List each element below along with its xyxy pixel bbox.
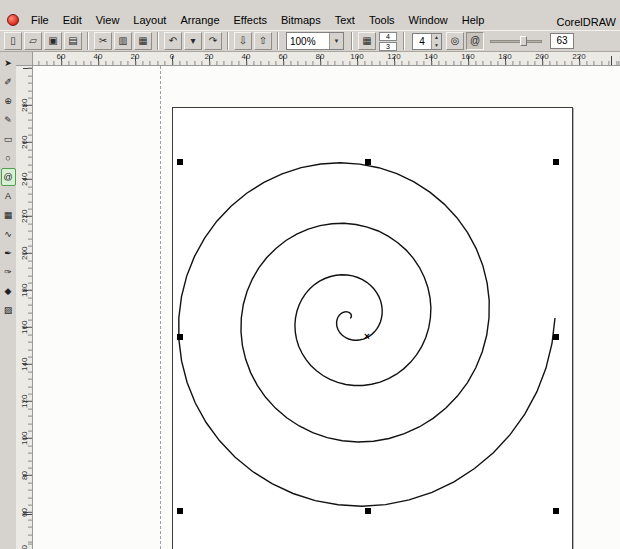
- toolbar-button-icon: ↷: [209, 36, 217, 46]
- zoom-level-value: 100%: [287, 36, 329, 47]
- spiral-tool[interactable]: @: [1, 168, 16, 186]
- text-tool[interactable]: A: [1, 187, 16, 205]
- ruler-label: 140: [413, 52, 450, 65]
- interactive-blend-tool[interactable]: ∿: [1, 225, 16, 243]
- slider-thumb[interactable]: [520, 36, 527, 46]
- toolbar-separator: [403, 32, 405, 50]
- toolbar-button-icon: ▦: [138, 36, 147, 46]
- zoom-levels-combo[interactable]: 100%: [286, 32, 344, 50]
- redo-button[interactable]: ↷: [204, 32, 222, 50]
- ruler-label: 180: [487, 52, 524, 65]
- outline-pen-tool[interactable]: ✑: [1, 263, 16, 281]
- ellipse-tool[interactable]: ○: [1, 149, 16, 167]
- canvas-row: 280260240220200180160140120100806040 ×: [16, 66, 620, 549]
- new-document-button[interactable]: ▯: [4, 32, 22, 50]
- ruler-label: 40: [228, 52, 265, 65]
- ruler-label: 160: [450, 52, 487, 65]
- menu-item[interactable]: Layout: [126, 12, 173, 28]
- selection-handles: [33, 66, 620, 549]
- selection-handle[interactable]: [177, 508, 183, 514]
- selection-handle[interactable]: [177, 334, 183, 340]
- symmetric-spiral-button[interactable]: ◎: [446, 32, 464, 50]
- selection-handle[interactable]: [177, 159, 183, 165]
- tool-icon: ▭: [4, 135, 13, 144]
- graph-rows-field[interactable]: 3: [379, 42, 397, 51]
- spinner-arrows-icon[interactable]: ▲▼: [431, 34, 441, 49]
- tool-icon: ➤: [4, 59, 12, 68]
- menu-item[interactable]: Text: [328, 12, 362, 28]
- ruler-label: 80: [302, 52, 339, 65]
- import-button[interactable]: ⇩: [234, 32, 252, 50]
- graph-columns-field[interactable]: 4: [379, 32, 397, 41]
- selection-handle[interactable]: [553, 159, 559, 165]
- interactive-fill-tool[interactable]: ▨: [1, 301, 16, 319]
- logarithmic-spiral-button[interactable]: @: [466, 32, 484, 50]
- spiral-expansion-slider[interactable]: [490, 35, 542, 47]
- toolbar-separator: [227, 32, 229, 50]
- toolbar-separator: [157, 32, 159, 50]
- zoom-tool[interactable]: ⊕: [1, 92, 16, 110]
- tool-icon: ✒: [4, 249, 12, 258]
- table-tool[interactable]: ▦: [1, 206, 16, 224]
- fill-tool[interactable]: ◆: [1, 282, 16, 300]
- rectangle-tool[interactable]: ▭: [1, 130, 16, 148]
- ruler-label: 40: [80, 52, 117, 65]
- selection-handle[interactable]: [365, 159, 371, 165]
- ruler-label: 60: [16, 494, 32, 531]
- export-button[interactable]: ⇧: [254, 32, 272, 50]
- toolbar-separator: [87, 32, 89, 50]
- drawing-canvas[interactable]: ×: [33, 66, 620, 549]
- ruler-label: 220: [561, 52, 598, 65]
- tool-icon: ▦: [4, 211, 13, 220]
- ruler-label: 40: [16, 531, 32, 549]
- tool-icon: A: [5, 192, 11, 201]
- print-button[interactable]: ▤: [64, 32, 82, 50]
- workarea: 604020020406080100120140160180200220 280…: [16, 52, 620, 549]
- menu-bar: FileEditViewLayoutArrangeEffectsBitmapsT…: [0, 0, 620, 30]
- menu-item[interactable]: File: [24, 12, 56, 28]
- ruler-label: 220: [16, 198, 32, 235]
- save-button[interactable]: ▣: [44, 32, 62, 50]
- copy-button[interactable]: ▥: [114, 32, 132, 50]
- freehand-tool[interactable]: ✎: [1, 111, 16, 129]
- menu-item[interactable]: Window: [402, 12, 455, 28]
- toolbar-button-icon: ▱: [29, 36, 37, 46]
- spiral-revolutions-spinner[interactable]: 4 ▲▼: [412, 33, 442, 50]
- menus: FileEditViewLayoutArrangeEffectsBitmapsT…: [24, 12, 491, 28]
- paste-button[interactable]: ▦: [134, 32, 152, 50]
- menu-item[interactable]: Help: [455, 12, 492, 28]
- ruler-label: 60: [265, 52, 302, 65]
- pick-tool[interactable]: ➤: [1, 54, 16, 72]
- graph-paper-icon: ▦: [358, 32, 376, 50]
- tool-icon: ∿: [4, 230, 12, 239]
- selection-handle[interactable]: [553, 508, 559, 514]
- undo-dropdown[interactable]: ▾: [184, 32, 202, 50]
- ruler-origin-button[interactable]: [16, 52, 33, 66]
- eyedropper-tool[interactable]: ✒: [1, 244, 16, 262]
- menu-item[interactable]: Arrange: [173, 12, 226, 28]
- ruler-label: 280: [16, 87, 32, 124]
- vertical-ruler[interactable]: 280260240220200180160140120100806040: [16, 66, 33, 549]
- cut-button[interactable]: ✂: [94, 32, 112, 50]
- chevron-down-icon[interactable]: [329, 33, 343, 49]
- menu-item[interactable]: View: [89, 12, 127, 28]
- menu-item[interactable]: Bitmaps: [274, 12, 328, 28]
- ruler-label: 240: [16, 161, 32, 198]
- selection-handle[interactable]: [365, 508, 371, 514]
- tool-icon: ◆: [5, 287, 12, 296]
- tool-icon: ⊕: [4, 97, 12, 106]
- menu-item[interactable]: Tools: [362, 12, 402, 28]
- spiral-expansion-field[interactable]: 63: [550, 33, 574, 49]
- undo-button[interactable]: ↶: [164, 32, 182, 50]
- menu-item[interactable]: Edit: [56, 12, 89, 28]
- tool-icon: @: [3, 173, 12, 182]
- ruler-label: 120: [376, 52, 413, 65]
- toolbar-separator: [277, 32, 279, 50]
- toolbar-button-icon: ▥: [118, 36, 127, 46]
- horizontal-ruler[interactable]: 604020020406080100120140160180200220: [33, 52, 620, 66]
- selection-handle[interactable]: [553, 334, 559, 340]
- menu-item[interactable]: Effects: [227, 12, 274, 28]
- object-center-marker: ×: [364, 332, 370, 342]
- shape-tool[interactable]: ✐: [1, 73, 16, 91]
- open-button[interactable]: ▱: [24, 32, 42, 50]
